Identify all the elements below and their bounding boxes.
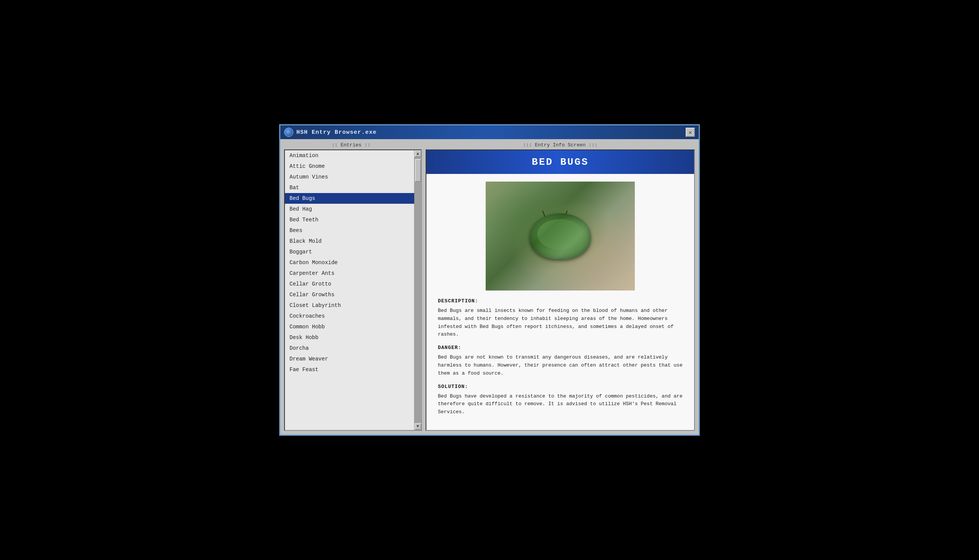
entries-section-label: :: Entries :: (280, 142, 422, 148)
close-button[interactable]: ✕ (685, 128, 695, 137)
list-content: Animation Attic Gnome Autumn Vines Bat B… (285, 150, 414, 430)
list-item[interactable]: Desk Hobb (285, 332, 414, 343)
list-item[interactable]: Bees (285, 225, 414, 236)
list-item[interactable]: Cockroaches (285, 311, 414, 322)
list-item[interactable]: Carpenter Ants (285, 268, 414, 279)
scroll-track[interactable] (415, 157, 422, 423)
list-item[interactable]: Fae Feast (285, 364, 414, 375)
list-item[interactable]: Bat (285, 182, 414, 193)
entry-image-container (438, 182, 683, 290)
entry-title: Bed Bugs (432, 156, 688, 168)
list-item[interactable]: Boggart (285, 247, 414, 257)
bug-illustration (526, 210, 595, 263)
info-panel: Bed Bugs D (425, 150, 695, 431)
list-item[interactable]: Bed Teeth (285, 215, 414, 225)
solution-label: SOLUTION: (438, 384, 683, 390)
entry-header: Bed Bugs (426, 150, 694, 174)
info-section-label: ::: Entry Info Screen ::: (422, 142, 699, 148)
main-content: :: Entries :: ::: Entry Info Screen ::: … (280, 139, 699, 435)
scroll-thumb[interactable] (415, 159, 421, 182)
list-item[interactable]: Black Mold (285, 236, 414, 247)
list-item[interactable]: Dream Weaver (285, 353, 414, 364)
solution-text: Bed Bugs have developed a resistance to … (438, 393, 683, 416)
scroll-up-button[interactable]: ▲ (415, 150, 422, 157)
list-item[interactable]: Carbon Monoxide (285, 257, 414, 268)
list-panel: Animation Attic Gnome Autumn Vines Bat B… (284, 150, 422, 431)
window-title: HSH Entry Browser.exe (296, 129, 377, 136)
list-item-selected[interactable]: Bed Bugs (285, 193, 414, 204)
app-icon (284, 128, 294, 137)
list-item[interactable]: Closet Labyrinth (285, 300, 414, 311)
list-item[interactable]: Autumn Vines (285, 172, 414, 182)
list-item[interactable]: Dorcha (285, 343, 414, 353)
list-item[interactable]: Common Hobb (285, 322, 414, 332)
entry-body: DESCRIPTION: Bed Bugs are small insects … (426, 174, 694, 430)
scroll-down-button[interactable]: ▼ (415, 423, 422, 430)
list-item[interactable]: Cellar Growths (285, 289, 414, 300)
title-bar-left: HSH Entry Browser.exe (284, 128, 377, 137)
main-window: HSH Entry Browser.exe ✕ :: Entries :: ::… (279, 124, 700, 436)
bug-shell (530, 213, 591, 259)
scrollbar: ▲ ▼ (414, 150, 421, 430)
description-text: Bed Bugs are small insects known for fee… (438, 307, 683, 339)
list-item[interactable]: Bed Hag (285, 204, 414, 215)
section-headers: :: Entries :: ::: Entry Info Screen ::: (280, 139, 699, 150)
danger-text: Bed Bugs are not known to transmit any d… (438, 353, 683, 377)
danger-label: DANGER: (438, 345, 683, 350)
panels: Animation Attic Gnome Autumn Vines Bat B… (280, 150, 699, 435)
list-item[interactable]: Cellar Grotto (285, 279, 414, 289)
entry-image (486, 182, 635, 290)
description-label: DESCRIPTION: (438, 298, 683, 304)
list-item[interactable]: Animation (285, 150, 414, 161)
title-bar: HSH Entry Browser.exe ✕ (280, 125, 699, 139)
list-item[interactable]: Attic Gnome (285, 161, 414, 172)
